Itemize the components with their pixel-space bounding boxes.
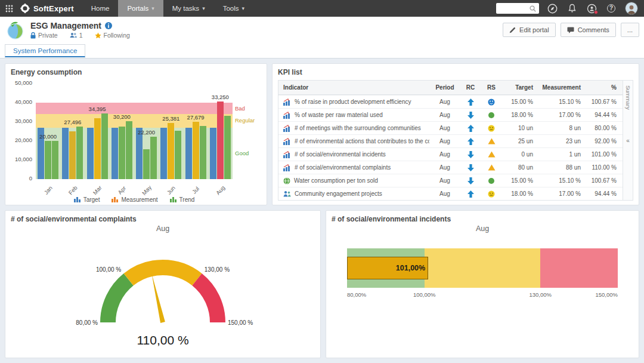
measurement-bar xyxy=(94,118,101,179)
kpi-indicator-label: # of environmental actions that contribu… xyxy=(295,138,429,144)
bar-value-label: 34,395 xyxy=(89,106,106,112)
apps-grid-icon[interactable] xyxy=(0,0,18,17)
measurement-bar xyxy=(168,123,174,179)
kpi-indicator-label: # of meetings with the surrounding commu… xyxy=(295,125,421,131)
kpi-percent-cell: 94.44 % xyxy=(587,112,623,118)
kpi-measurement-cell: 15.10 % xyxy=(539,177,587,184)
bell-icon[interactable] xyxy=(566,2,578,14)
kpi-rs-cell xyxy=(481,125,502,132)
arrow-down-icon xyxy=(467,164,474,171)
gauge-subtitle: Aug xyxy=(11,224,315,233)
kpi-table-wrap: IndicatorPeriodRCRSTargetMeasurement%% o… xyxy=(278,80,633,201)
kpi-panel-title: KPI list xyxy=(278,68,633,76)
bar-group-mar: 34,395 xyxy=(85,84,110,179)
kpi-rs-cell xyxy=(481,112,502,119)
kpi-row[interactable]: % of raise in product development effici… xyxy=(278,95,623,108)
y-tick-label: 20,000 xyxy=(15,137,32,143)
kpi-row[interactable]: Water consumption per ton soldAug15.00 %… xyxy=(278,174,623,187)
compass-glyph xyxy=(547,4,558,14)
kpi-measurement-cell: 88 un xyxy=(539,164,587,171)
search-box[interactable] xyxy=(496,3,539,14)
bar-value-label: 20,000 xyxy=(39,133,57,140)
chevron-down-icon: ▾ xyxy=(151,5,154,11)
portal-titles: ESG Management Private xyxy=(30,21,130,39)
softexpert-logo[interactable]: SoftExpert xyxy=(18,4,82,13)
zone-label-bad: Bad xyxy=(235,105,245,112)
measurement-bar xyxy=(69,131,76,179)
legend-item-measurement[interactable]: Measurement xyxy=(112,196,157,204)
comments-button[interactable]: Comments xyxy=(561,23,616,37)
following-toggle[interactable]: Following xyxy=(95,32,130,39)
nav-item-home[interactable]: Home xyxy=(82,0,119,17)
help-icon[interactable]: ? xyxy=(605,2,617,14)
arrow-up-icon xyxy=(467,190,474,198)
kpi-percent-cell: 100.67 % xyxy=(587,99,623,105)
kpi-period-cell: Aug xyxy=(429,177,460,184)
following-label: Following xyxy=(104,32,130,39)
tab-system-performance[interactable]: System Performance xyxy=(5,44,85,57)
compass-icon[interactable] xyxy=(546,2,558,14)
pencil-icon xyxy=(509,27,516,33)
nav-item-portals[interactable]: Portals▾ xyxy=(118,0,163,17)
bullet-axis: 80,00%100,00%130,00%150,00% xyxy=(347,291,618,301)
kpi-row[interactable]: % of waste per raw material usedAug18.00… xyxy=(278,108,623,121)
summary-tab-label[interactable]: Summary xyxy=(625,85,631,110)
kpi-row[interactable]: # of social/environmental incidentsAug0 … xyxy=(278,147,623,161)
members-count[interactable]: 1 xyxy=(70,32,83,39)
kpi-indicator-cell: % of raise in product development effici… xyxy=(278,99,429,106)
nav-item-tools[interactable]: Tools▾ xyxy=(214,0,253,17)
more-button[interactable]: ... xyxy=(621,23,639,37)
gauge-tick-label: 150,00 % xyxy=(228,319,253,326)
kpi-row[interactable]: # of environmental actions that contribu… xyxy=(278,134,623,147)
status-triangle-yellow-icon xyxy=(488,138,496,144)
kpi-chart-icon xyxy=(283,151,291,158)
kpi-indicator-label: Water consumption per ton sold xyxy=(294,177,378,184)
user-avatar[interactable] xyxy=(625,2,638,15)
kpi-percent-cell: 100.67 % xyxy=(587,177,623,184)
bar-group-apr: 30,200 xyxy=(110,84,134,179)
month-label: Mar xyxy=(92,184,103,196)
privacy-status: Private xyxy=(30,32,58,39)
y-tick-label: 0 xyxy=(29,175,32,182)
top-navbar: SoftExpert HomePortals▾My tasks▾Tools▾ xyxy=(0,0,644,17)
status-dot-green-icon xyxy=(488,177,495,184)
kpi-row[interactable]: # of social/environmental complaintsAug8… xyxy=(278,161,623,174)
kpi-row[interactable]: # of meetings with the surrounding commu… xyxy=(278,121,623,134)
kpi-period-cell: Aug xyxy=(429,151,460,158)
kpi-chart-icon xyxy=(283,99,291,106)
y-tick-label: 10,000 xyxy=(15,156,32,162)
dashboard-content: Energy consumption 010,00020,00030,00040… xyxy=(0,59,644,363)
collapse-icon[interactable]: « xyxy=(623,137,633,144)
kpi-row[interactable]: Community engagement projectsAug18.00 %1… xyxy=(278,187,623,200)
search-icon xyxy=(530,5,536,12)
edit-portal-button[interactable]: Edit portal xyxy=(503,23,556,37)
legend-item-target[interactable]: Target xyxy=(74,196,100,204)
kpi-rs-cell xyxy=(481,99,502,106)
bullet-value-label: 101,00% xyxy=(396,257,428,279)
month-label: Apr xyxy=(116,184,127,195)
energy-consumption-chart: 010,00020,00030,00040,00050,00020,00027,… xyxy=(11,84,261,204)
kpi-indicator-cell: Water consumption per ton sold xyxy=(278,177,429,184)
nav-item-label: Portals xyxy=(127,5,148,12)
kpi-chart-icon xyxy=(283,112,291,119)
legend-bars-icon xyxy=(170,196,177,204)
kpi-indicator-label: % of raise in product development effici… xyxy=(295,99,411,105)
notification-badge xyxy=(594,10,598,14)
gauge-tick-label: 80,00 % xyxy=(76,319,98,326)
kpi-target-cell: 18.00 % xyxy=(502,190,539,197)
kpi-rc-cell xyxy=(460,151,481,158)
info-icon[interactable] xyxy=(105,22,112,29)
legend-item-trend[interactable]: Trend xyxy=(170,196,195,204)
kpi-indicator-cell: Community engagement projects xyxy=(278,190,429,197)
kpi-rs-cell xyxy=(481,190,502,198)
chevron-down-icon: ▾ xyxy=(202,5,205,11)
portal-logo xyxy=(5,20,26,41)
trend-bar xyxy=(126,121,132,179)
search-input[interactable] xyxy=(499,5,530,12)
support-icon[interactable] xyxy=(586,2,597,14)
nav-item-my-tasks[interactable]: My tasks▾ xyxy=(163,0,214,17)
gauge-needle xyxy=(151,273,165,323)
bullet-band xyxy=(425,248,541,288)
arrow-down-icon xyxy=(467,177,474,184)
kpi-column-header: Target xyxy=(502,84,539,91)
